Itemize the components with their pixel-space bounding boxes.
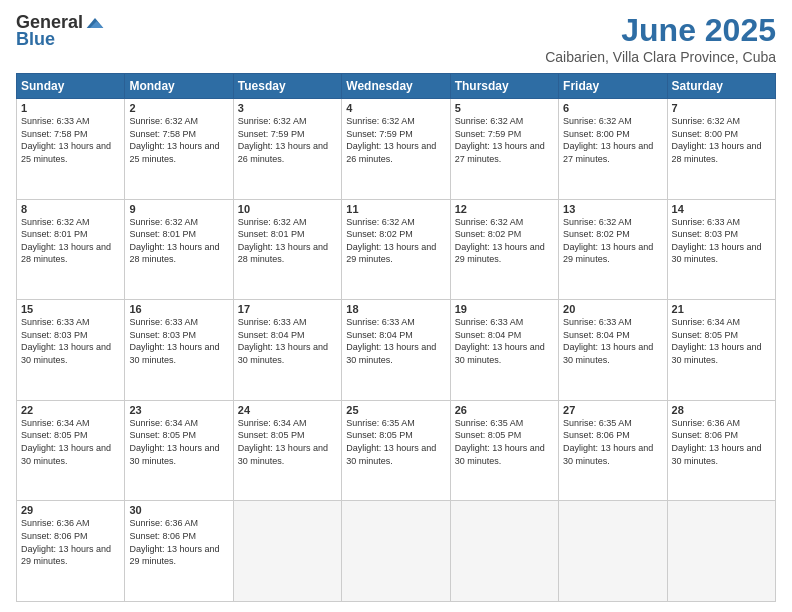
day-number: 24 <box>238 404 337 416</box>
day-number: 9 <box>129 203 228 215</box>
col-tuesday: Tuesday <box>233 74 341 99</box>
day-number: 15 <box>21 303 120 315</box>
calendar-header-row: Sunday Monday Tuesday Wednesday Thursday… <box>17 74 776 99</box>
day-info: Sunrise: 6:33 AM Sunset: 8:04 PM Dayligh… <box>238 316 337 366</box>
day-info: Sunrise: 6:32 AM Sunset: 8:01 PM Dayligh… <box>129 216 228 266</box>
day-number: 8 <box>21 203 120 215</box>
day-info: Sunrise: 6:33 AM Sunset: 8:03 PM Dayligh… <box>129 316 228 366</box>
calendar-cell: 7 Sunrise: 6:32 AM Sunset: 8:00 PM Dayli… <box>667 99 775 200</box>
day-info: Sunrise: 6:32 AM Sunset: 8:00 PM Dayligh… <box>563 115 662 165</box>
day-info: Sunrise: 6:32 AM Sunset: 7:59 PM Dayligh… <box>238 115 337 165</box>
day-info: Sunrise: 6:32 AM Sunset: 7:58 PM Dayligh… <box>129 115 228 165</box>
day-number: 7 <box>672 102 771 114</box>
calendar-week-row: 15 Sunrise: 6:33 AM Sunset: 8:03 PM Dayl… <box>17 300 776 401</box>
day-number: 23 <box>129 404 228 416</box>
day-number: 16 <box>129 303 228 315</box>
day-number: 28 <box>672 404 771 416</box>
col-sunday: Sunday <box>17 74 125 99</box>
calendar-cell: 23 Sunrise: 6:34 AM Sunset: 8:05 PM Dayl… <box>125 400 233 501</box>
day-info: Sunrise: 6:32 AM Sunset: 8:02 PM Dayligh… <box>563 216 662 266</box>
day-number: 27 <box>563 404 662 416</box>
day-info: Sunrise: 6:35 AM Sunset: 8:05 PM Dayligh… <box>455 417 554 467</box>
day-info: Sunrise: 6:35 AM Sunset: 8:05 PM Dayligh… <box>346 417 445 467</box>
day-info: Sunrise: 6:36 AM Sunset: 8:06 PM Dayligh… <box>672 417 771 467</box>
calendar-cell <box>667 501 775 602</box>
day-number: 18 <box>346 303 445 315</box>
page: General Blue June 2025 Caibarien, Villa … <box>0 0 792 612</box>
col-friday: Friday <box>559 74 667 99</box>
calendar-cell: 28 Sunrise: 6:36 AM Sunset: 8:06 PM Dayl… <box>667 400 775 501</box>
calendar-cell: 2 Sunrise: 6:32 AM Sunset: 7:58 PM Dayli… <box>125 99 233 200</box>
day-info: Sunrise: 6:32 AM Sunset: 8:00 PM Dayligh… <box>672 115 771 165</box>
day-info: Sunrise: 6:32 AM Sunset: 7:59 PM Dayligh… <box>455 115 554 165</box>
day-info: Sunrise: 6:32 AM Sunset: 8:02 PM Dayligh… <box>346 216 445 266</box>
day-info: Sunrise: 6:32 AM Sunset: 8:01 PM Dayligh… <box>238 216 337 266</box>
calendar-cell: 15 Sunrise: 6:33 AM Sunset: 8:03 PM Dayl… <box>17 300 125 401</box>
day-info: Sunrise: 6:32 AM Sunset: 8:02 PM Dayligh… <box>455 216 554 266</box>
day-info: Sunrise: 6:34 AM Sunset: 8:05 PM Dayligh… <box>238 417 337 467</box>
calendar-cell: 11 Sunrise: 6:32 AM Sunset: 8:02 PM Dayl… <box>342 199 450 300</box>
day-number: 14 <box>672 203 771 215</box>
calendar-cell: 8 Sunrise: 6:32 AM Sunset: 8:01 PM Dayli… <box>17 199 125 300</box>
day-number: 12 <box>455 203 554 215</box>
calendar-cell: 6 Sunrise: 6:32 AM Sunset: 8:00 PM Dayli… <box>559 99 667 200</box>
calendar-cell: 21 Sunrise: 6:34 AM Sunset: 8:05 PM Dayl… <box>667 300 775 401</box>
col-saturday: Saturday <box>667 74 775 99</box>
calendar-cell <box>450 501 558 602</box>
day-info: Sunrise: 6:33 AM Sunset: 8:04 PM Dayligh… <box>563 316 662 366</box>
calendar-table: Sunday Monday Tuesday Wednesday Thursday… <box>16 73 776 602</box>
calendar-cell: 4 Sunrise: 6:32 AM Sunset: 7:59 PM Dayli… <box>342 99 450 200</box>
day-number: 1 <box>21 102 120 114</box>
calendar-week-row: 8 Sunrise: 6:32 AM Sunset: 8:01 PM Dayli… <box>17 199 776 300</box>
calendar-cell: 12 Sunrise: 6:32 AM Sunset: 8:02 PM Dayl… <box>450 199 558 300</box>
calendar-cell: 10 Sunrise: 6:32 AM Sunset: 8:01 PM Dayl… <box>233 199 341 300</box>
day-info: Sunrise: 6:34 AM Sunset: 8:05 PM Dayligh… <box>129 417 228 467</box>
calendar-cell: 5 Sunrise: 6:32 AM Sunset: 7:59 PM Dayli… <box>450 99 558 200</box>
location-subtitle: Caibarien, Villa Clara Province, Cuba <box>545 49 776 65</box>
calendar-cell: 18 Sunrise: 6:33 AM Sunset: 8:04 PM Dayl… <box>342 300 450 401</box>
day-number: 22 <box>21 404 120 416</box>
day-number: 4 <box>346 102 445 114</box>
calendar-cell: 22 Sunrise: 6:34 AM Sunset: 8:05 PM Dayl… <box>17 400 125 501</box>
calendar-cell: 17 Sunrise: 6:33 AM Sunset: 8:04 PM Dayl… <box>233 300 341 401</box>
calendar-cell: 3 Sunrise: 6:32 AM Sunset: 7:59 PM Dayli… <box>233 99 341 200</box>
day-number: 2 <box>129 102 228 114</box>
calendar-cell: 25 Sunrise: 6:35 AM Sunset: 8:05 PM Dayl… <box>342 400 450 501</box>
calendar-cell <box>559 501 667 602</box>
day-number: 10 <box>238 203 337 215</box>
day-number: 11 <box>346 203 445 215</box>
calendar-week-row: 22 Sunrise: 6:34 AM Sunset: 8:05 PM Dayl… <box>17 400 776 501</box>
calendar-cell: 26 Sunrise: 6:35 AM Sunset: 8:05 PM Dayl… <box>450 400 558 501</box>
day-number: 20 <box>563 303 662 315</box>
day-number: 30 <box>129 504 228 516</box>
day-info: Sunrise: 6:36 AM Sunset: 8:06 PM Dayligh… <box>21 517 120 567</box>
day-number: 26 <box>455 404 554 416</box>
day-number: 5 <box>455 102 554 114</box>
day-info: Sunrise: 6:33 AM Sunset: 8:03 PM Dayligh… <box>21 316 120 366</box>
calendar-cell: 13 Sunrise: 6:32 AM Sunset: 8:02 PM Dayl… <box>559 199 667 300</box>
calendar-cell: 1 Sunrise: 6:33 AM Sunset: 7:58 PM Dayli… <box>17 99 125 200</box>
day-info: Sunrise: 6:33 AM Sunset: 8:03 PM Dayligh… <box>672 216 771 266</box>
day-number: 21 <box>672 303 771 315</box>
day-number: 25 <box>346 404 445 416</box>
calendar-cell: 16 Sunrise: 6:33 AM Sunset: 8:03 PM Dayl… <box>125 300 233 401</box>
day-info: Sunrise: 6:33 AM Sunset: 8:04 PM Dayligh… <box>455 316 554 366</box>
calendar-cell: 29 Sunrise: 6:36 AM Sunset: 8:06 PM Dayl… <box>17 501 125 602</box>
logo: General Blue <box>16 12 105 50</box>
calendar-week-row: 1 Sunrise: 6:33 AM Sunset: 7:58 PM Dayli… <box>17 99 776 200</box>
col-thursday: Thursday <box>450 74 558 99</box>
month-title: June 2025 <box>545 12 776 49</box>
col-wednesday: Wednesday <box>342 74 450 99</box>
logo-blue: Blue <box>16 29 55 50</box>
title-block: June 2025 Caibarien, Villa Clara Provinc… <box>545 12 776 65</box>
calendar-week-row: 29 Sunrise: 6:36 AM Sunset: 8:06 PM Dayl… <box>17 501 776 602</box>
logo-icon <box>85 13 105 33</box>
day-number: 3 <box>238 102 337 114</box>
calendar-cell: 20 Sunrise: 6:33 AM Sunset: 8:04 PM Dayl… <box>559 300 667 401</box>
calendar-cell: 27 Sunrise: 6:35 AM Sunset: 8:06 PM Dayl… <box>559 400 667 501</box>
day-number: 13 <box>563 203 662 215</box>
day-number: 17 <box>238 303 337 315</box>
day-info: Sunrise: 6:32 AM Sunset: 7:59 PM Dayligh… <box>346 115 445 165</box>
header: General Blue June 2025 Caibarien, Villa … <box>16 12 776 65</box>
calendar-cell: 9 Sunrise: 6:32 AM Sunset: 8:01 PM Dayli… <box>125 199 233 300</box>
